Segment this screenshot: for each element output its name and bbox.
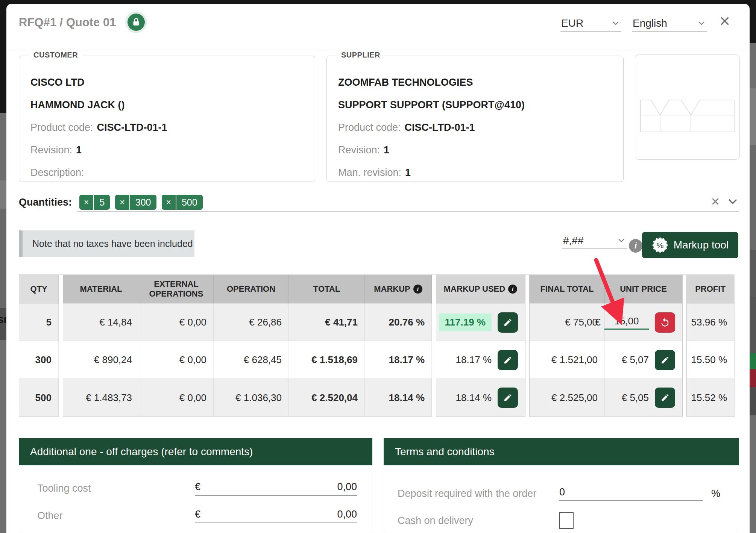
lock-badge (128, 14, 145, 31)
cell-markup-used: 18.17 % (436, 341, 525, 379)
other-charge-label: Other (37, 510, 195, 522)
column-gap (59, 304, 63, 341)
cash-on-delivery-checkbox[interactable] (559, 512, 574, 529)
col-header-qty: QTY (19, 275, 59, 304)
cell-qty: 500 (19, 379, 59, 417)
col-header-external-operations: EXTERNAL OPERATIONS (139, 275, 214, 304)
part-drawing-icon (635, 55, 739, 159)
col-header-markup: MARKUP i (365, 275, 432, 304)
chevron-down-icon (612, 21, 619, 26)
cell-markup: 18.17 % (365, 341, 432, 379)
edit-unit-price-button[interactable] (655, 350, 675, 370)
backdrop-left (0, 113, 6, 180)
markup-used-value: 18.17 % (456, 354, 492, 366)
product-code-label: Product code: (338, 122, 401, 133)
customer-company: CISCO LTD (30, 77, 85, 88)
quantity-tag-value: 300 (130, 195, 156, 210)
backdrop-right-green-block (750, 353, 756, 369)
remove-tag-icon[interactable]: × (162, 195, 176, 210)
supplier-email-link[interactable]: SUPPORT@410 (445, 99, 521, 111)
percent-glyph: % (657, 241, 664, 250)
pricing-table: QTY MATERIAL EXTERNAL OPERATIONS OPERATI… (19, 274, 735, 417)
info-icon[interactable]: i (508, 285, 517, 294)
product-code-label: Product code: (30, 122, 93, 133)
quantity-tag-value: 500 (176, 195, 203, 210)
modal-title: RFQ#1 / Quote 01 (19, 16, 116, 29)
chevron-down-icon (618, 238, 625, 243)
quantity-tag-value: 5 (94, 195, 110, 210)
cell-unit-price: € (605, 304, 682, 341)
cell-unit-price: € 5,05 (605, 379, 682, 417)
currency-prefix: € (595, 316, 601, 328)
quantity-tag[interactable]: × 5 (79, 195, 110, 210)
description-label: Description: (30, 167, 84, 179)
language-select[interactable]: English (632, 15, 707, 32)
lock-icon (131, 17, 141, 27)
edit-markup-button[interactable] (498, 350, 518, 370)
markup-used-highlight: 117.19 % (439, 313, 492, 331)
backdrop-left-dark (0, 0, 6, 113)
edit-markup-button[interactable] (498, 312, 518, 333)
remove-tag-icon[interactable]: × (79, 195, 94, 210)
quantity-tag[interactable]: × 500 (162, 195, 203, 210)
column-gap (432, 379, 436, 417)
cell-total: € 2.520,04 (289, 379, 365, 417)
column-gap (525, 275, 530, 304)
cell-material: € 1.483,73 (63, 379, 139, 417)
currency-value: EUR (561, 17, 583, 29)
chevron-down-icon[interactable] (728, 198, 738, 204)
col-header-final-total: FINAL TOTAL (530, 275, 605, 304)
cell-final-total: € 1.521,00 (530, 341, 605, 379)
cell-final-total: € 75,00 (530, 304, 605, 341)
currency-prefix: € (195, 481, 200, 493)
info-icon[interactable]: i (413, 285, 422, 294)
quantities-label: Quantities: (19, 197, 72, 208)
deposit-label: Deposit required with the order (398, 488, 559, 500)
close-button[interactable]: × (720, 12, 730, 30)
backdrop-right (750, 145, 756, 250)
tooling-cost-label: Tooling cost (37, 483, 195, 494)
product-code-value: CISC-LTD-01-1 (97, 122, 167, 133)
markup-tool-button[interactable]: % Markup tool (642, 232, 738, 258)
cell-total: € 1.518,69 (289, 341, 365, 379)
additional-charges-title: Additional one - off charges (refer to c… (30, 446, 253, 458)
number-format-select[interactable]: #,## (562, 232, 627, 249)
cell-unit-price: € 5,07 (605, 341, 682, 379)
backdrop-right (750, 88, 756, 145)
man-revision-label: Man. revision: (338, 167, 401, 179)
other-charge-input[interactable] (200, 509, 357, 520)
col-header-unit-price: UNIT PRICE (605, 275, 682, 304)
man-revision-value: 1 (405, 167, 411, 179)
info-icon[interactable]: i (629, 239, 642, 253)
revision-label: Revision: (30, 144, 72, 156)
reset-unit-price-button[interactable] (655, 312, 675, 333)
backdrop-left (0, 209, 6, 308)
unit-price-input[interactable] (604, 315, 649, 330)
edit-markup-button[interactable] (498, 388, 518, 408)
cell-markup-used: 117.19 % (436, 304, 525, 341)
revision-label: Revision: (338, 144, 380, 156)
column-gap (525, 379, 530, 417)
header-divider (6, 50, 750, 50)
currency-select[interactable]: EUR (560, 15, 621, 32)
cash-on-delivery-label: Cash on delivery (398, 515, 559, 527)
product-code-value: CISC-LTD-01-1 (405, 122, 475, 133)
deposit-input[interactable] (559, 486, 703, 498)
cell-markup-used: 18.14 % (436, 379, 525, 417)
quantity-tag[interactable]: × 300 (115, 195, 156, 210)
cell-operation: € 628,45 (214, 341, 289, 379)
supplier-company: ZOOMFAB TECHNOLOGIES (338, 77, 473, 88)
quantities-select[interactable]: Quantities: × 5 × 300 × 500 × (19, 193, 739, 212)
remove-tag-icon[interactable]: × (115, 195, 130, 210)
tooling-cost-input[interactable] (200, 481, 357, 493)
part-preview-thumbnail[interactable] (635, 55, 740, 160)
supplier-contact-suffix: ) (521, 99, 525, 111)
cell-operation: € 1.036,30 (214, 379, 289, 417)
clear-quantities-icon[interactable]: × (711, 194, 720, 209)
cell-operation: € 26,86 (214, 304, 289, 341)
col-header-total: TOTAL (289, 275, 365, 304)
edit-unit-price-button[interactable] (655, 388, 675, 408)
backdrop-text-fragment: SI (0, 315, 7, 326)
quantities-underline (77, 211, 739, 212)
cell-material: € 890,24 (63, 341, 139, 379)
